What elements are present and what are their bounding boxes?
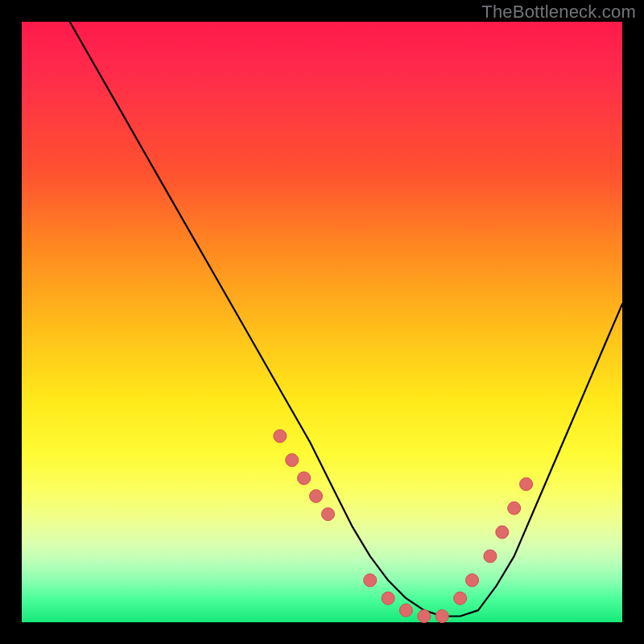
curve-dot [520,477,533,490]
curve-dot [436,610,448,623]
curve-dot [399,604,412,617]
bottleneck-curve [70,22,622,617]
curve-dot [364,574,377,587]
curve-dot [286,454,299,467]
curve-dot [496,526,509,539]
bottleneck-curve-svg [22,22,622,622]
watermark-text: TheBottleneck.com [481,2,636,23]
curve-dots-group [274,430,533,623]
curve-dot [484,550,497,563]
curve-dot [322,508,335,521]
curve-dot [508,502,521,514]
curve-dot [454,592,467,605]
curve-dot [466,574,479,587]
outer-frame: TheBottleneck.com [0,0,644,644]
curve-dot [298,472,311,485]
curve-dot [418,610,431,623]
curve-dot [310,489,323,502]
curve-dot [382,592,394,605]
curve-dot [274,430,287,443]
